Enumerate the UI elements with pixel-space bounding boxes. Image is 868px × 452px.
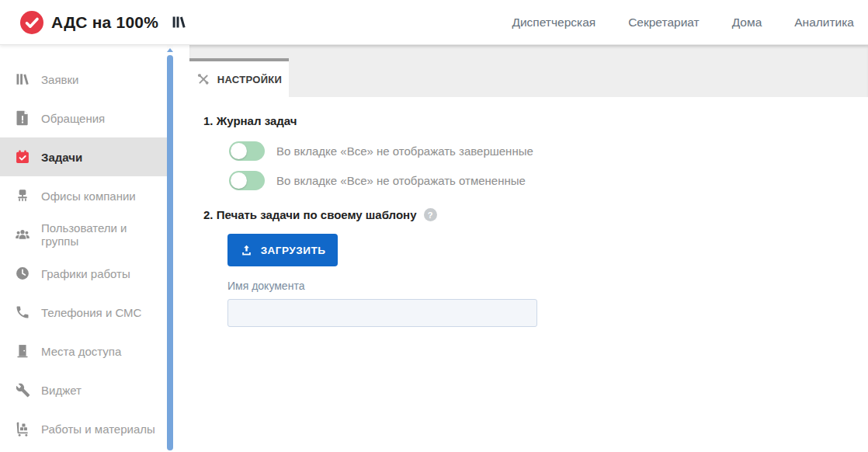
main-panel: НАСТРОЙКИ 1. Журнал задач Во вкладке «Вс… (179, 45, 868, 452)
clock-icon (14, 265, 31, 282)
nav-sekretariat[interactable]: Секретариат (628, 16, 700, 30)
scrollbar-thumb[interactable] (167, 55, 173, 450)
toggle-knob (231, 143, 247, 159)
sidebar-item-label: Пользователи и группы (41, 221, 167, 248)
tools-icon (196, 72, 210, 86)
logo-check-icon (20, 11, 43, 34)
brand-books-icon (171, 14, 187, 30)
doc-name-input[interactable] (227, 299, 537, 327)
document-alert-icon (14, 110, 31, 127)
sidebar-item-label: Места доступа (41, 345, 121, 358)
upload-button[interactable]: ЗАГРУЗИТЬ (227, 234, 338, 266)
sidebar: Заявки Обращения (0, 45, 179, 452)
door-icon (14, 342, 31, 360)
toggle-row-hide-completed: Во вкладке «Все» не отображать завершенн… (229, 141, 868, 161)
toggle-row-hide-cancelled: Во вкладке «Все» не отображать отмененны… (229, 171, 868, 190)
brand-title: АДС на 100% (51, 13, 158, 32)
sidebar-item-label: Графики работы (41, 267, 130, 280)
tab-bar: НАСТРОЙКИ (179, 45, 868, 97)
sidebar-item-label: Виджет (41, 384, 82, 397)
nav-dispatcherskaya[interactable]: Диспетчерская (512, 16, 595, 30)
sidebar-item-obrashcheniya[interactable]: Обращения (0, 99, 167, 137)
section-print-template: 2. Печать задачи по своему шаблону ? ЗАГ… (203, 208, 868, 327)
office-chair-icon (14, 187, 31, 204)
sidebar-item-zayavki[interactable]: Заявки (0, 60, 167, 99)
nav-doma[interactable]: Дома (732, 16, 762, 30)
sidebar-item-label: Задачи (41, 151, 82, 164)
sidebar-item-zadachi[interactable]: Задачи (0, 137, 167, 176)
section-title-text: 2. Печать задачи по своему шаблону (203, 208, 417, 221)
users-group-icon (14, 226, 31, 243)
help-icon[interactable]: ? (424, 208, 437, 221)
section-title: 2. Печать задачи по своему шаблону ? (203, 208, 868, 221)
tab-settings[interactable]: НАСТРОЙКИ (189, 58, 289, 97)
top-nav: Диспетчерская Секретариат Дома Аналитика (512, 16, 857, 30)
settings-content: 1. Журнал задач Во вкладке «Все» не отоб… (179, 97, 868, 452)
sidebar-item-mesta-dostupa[interactable]: Места доступа (0, 332, 167, 370)
toggle-knob (231, 172, 247, 189)
sidebar-item-label: Обращения (41, 112, 105, 125)
brand: АДС на 100% (20, 11, 187, 34)
upload-button-label: ЗАГРУЗИТЬ (261, 245, 326, 256)
sidebar-item-vidzhet[interactable]: Виджет (0, 370, 167, 409)
phone-icon (14, 304, 31, 321)
doc-name-label: Имя документа (227, 280, 868, 292)
tab-settings-label: НАСТРОЙКИ (217, 74, 282, 85)
calendar-check-icon (14, 148, 31, 165)
upload-icon (240, 244, 253, 257)
sidebar-item-label: Телефония и СМС (41, 306, 141, 319)
section-title: 1. Журнал задач (203, 114, 868, 127)
sidebar-item-label: Заявки (41, 73, 78, 86)
sidebar-item-label: Офисы компании (41, 189, 136, 203)
section-task-journal: 1. Журнал задач Во вкладке «Все» не отоб… (203, 114, 868, 190)
sidebar-item-raboty-materialy[interactable]: Работы и материалы (0, 409, 167, 448)
cart-icon (14, 420, 31, 437)
sidebar-item-telefoniya[interactable]: Телефония и СМС (0, 293, 167, 332)
sidebar-item-ofisy-kompanii[interactable]: Офисы компании (0, 176, 167, 215)
wrench-icon (14, 381, 31, 398)
books-icon (14, 71, 31, 88)
sidebar-item-polzovateli[interactable]: Пользователи и группы (0, 215, 167, 254)
nav-analitika[interactable]: Аналитика (794, 16, 854, 30)
toggle-hide-cancelled[interactable] (229, 171, 265, 190)
scrollbar-up-arrow-icon[interactable] (167, 48, 173, 52)
sidebar-item-grafiki-raboty[interactable]: Графики работы (0, 254, 167, 293)
sidebar-item-label: Работы и материалы (41, 422, 155, 436)
toggle-label: Во вкладке «Все» не отображать завершенн… (276, 144, 533, 158)
app-header: АДС на 100% Диспетчерская Секретариат До… (0, 0, 868, 45)
sidebar-scrollbar[interactable] (167, 45, 173, 452)
toggle-hide-completed[interactable] (229, 141, 265, 161)
toggle-label: Во вкладке «Все» не отображать отмененны… (276, 174, 526, 187)
